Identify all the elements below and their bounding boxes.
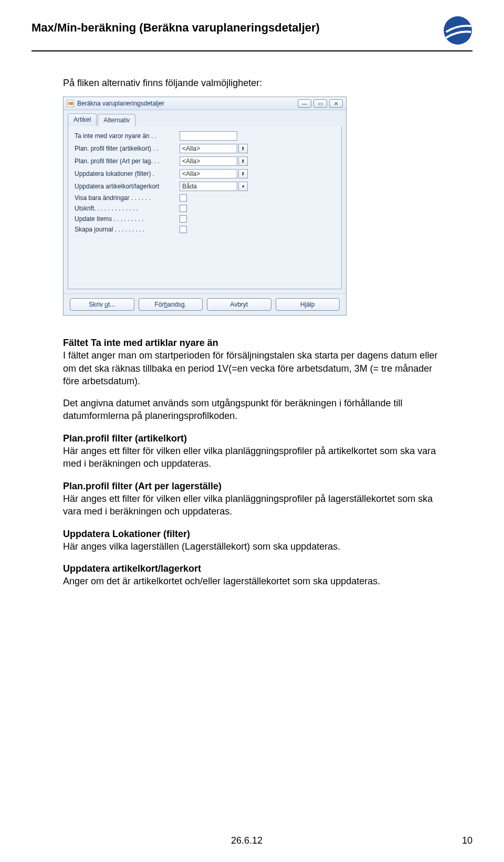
profile-filter-artperlag-input[interactable] bbox=[180, 156, 237, 166]
lookup-up-button[interactable]: ⬆ bbox=[238, 144, 248, 153]
field-label: Plan. profil filter (artikelkort) . . bbox=[75, 145, 180, 152]
print-checkbox[interactable] bbox=[180, 205, 187, 212]
tab-alternativ[interactable]: Alternativ bbox=[98, 114, 135, 127]
window-controls: ― ▭ ✕ bbox=[298, 99, 343, 108]
section-text: Här anges vilka lagerställen (Lagerställ… bbox=[63, 541, 340, 552]
titlebar: Beräkna varuplaneringsdetaljer ― ▭ ✕ bbox=[64, 97, 346, 110]
field-label: Skapa journal . . . . . . . . . bbox=[75, 226, 180, 233]
page-footer: 26.6.12 10 bbox=[32, 835, 472, 846]
lookup-up-button[interactable]: ⬆ bbox=[238, 169, 248, 178]
section-heading: Plan.profil filter (artikelkort) bbox=[63, 433, 187, 444]
section-text: Här anges ett filter för vilken eller vi… bbox=[63, 446, 436, 469]
row-newer-than: Ta inte med varor nyare än . . bbox=[75, 131, 335, 141]
chevron-down-icon: ▾ bbox=[242, 184, 245, 189]
section-text: Här anges ett filter för vilken eller vi… bbox=[63, 493, 433, 517]
form-panel: Ta inte med varor nyare än . . Plan. pro… bbox=[68, 126, 342, 289]
row-update-items: Update Items . . . . . . . . . bbox=[75, 215, 335, 223]
arrow-up-icon: ⬆ bbox=[241, 171, 245, 176]
tab-label: Alternativ bbox=[103, 117, 130, 124]
profile-filter-artikelkort-input[interactable] bbox=[180, 144, 237, 153]
section-text: Anger om det är artikelkortet och/eller … bbox=[63, 576, 380, 586]
section-startpoint: Det angivna datumet används som utgångsp… bbox=[63, 397, 441, 423]
arrow-up-icon: ⬆ bbox=[241, 146, 245, 151]
tab-strip: Artikel Alternativ bbox=[64, 110, 346, 126]
section-heading: Uppdatera Lokationer (filter) bbox=[63, 529, 190, 539]
field-label: Update Items . . . . . . . . . bbox=[75, 215, 180, 223]
minimize-button[interactable]: ― bbox=[298, 99, 311, 108]
maximize-icon: ▭ bbox=[318, 101, 323, 107]
section-heading: Plan.profil filter (Art per lagerställe) bbox=[63, 481, 222, 491]
minimize-icon: ― bbox=[302, 101, 307, 107]
section-profile-filter-artikelkort: Plan.profil filter (artikelkort) Här ang… bbox=[63, 432, 441, 470]
footer-date: 26.6.12 bbox=[231, 835, 262, 846]
dialog-window: Beräkna varuplaneringsdetaljer ― ▭ ✕ Art… bbox=[63, 97, 346, 316]
row-profile-filter-artperlag: Plan. profil filter (Art per lag. . . ⬆ bbox=[75, 156, 335, 166]
close-button[interactable]: ✕ bbox=[329, 99, 343, 108]
section-text: Det angivna datumet används som utgångsp… bbox=[63, 398, 402, 421]
close-icon: ✕ bbox=[334, 101, 338, 107]
update-locations-input[interactable] bbox=[180, 169, 237, 178]
field-label: Plan. profil filter (Art per lag. . . bbox=[75, 157, 180, 165]
help-button[interactable]: Hjälp bbox=[276, 298, 340, 311]
section-update-locations: Uppdatera Lokationer (filter) Här anges … bbox=[63, 528, 441, 553]
section-heading: Uppdatera artikelkort/lagerkort bbox=[63, 563, 201, 574]
window-title: Beräkna varuplaneringsdetaljer bbox=[77, 100, 298, 107]
section-newer-than: Fältet Ta inte med artiklar nyare än I f… bbox=[63, 337, 441, 387]
show-changes-checkbox[interactable] bbox=[180, 194, 187, 202]
brand-logo-icon bbox=[443, 16, 472, 45]
field-label: Uppdatera artikelkort/lagerkort bbox=[75, 183, 180, 190]
field-label: Utskrift. . . . . . . . . . . . . bbox=[75, 205, 180, 212]
page-title: Max/Min-beräkning (Beräkna varuplanering… bbox=[32, 21, 320, 35]
dialog-button-bar: Skriv ut... Förhandsg. Avbryt Hjälp bbox=[64, 293, 346, 315]
cancel-button[interactable]: Avbryt bbox=[207, 298, 271, 311]
footer-page: 10 bbox=[462, 835, 472, 846]
field-label: Ta inte med varor nyare än . . bbox=[75, 132, 180, 140]
lookup-up-button[interactable]: ⬆ bbox=[238, 156, 248, 166]
field-label: Visa bara ändringar . . . . . . bbox=[75, 194, 180, 202]
maximize-button[interactable]: ▭ bbox=[313, 99, 327, 108]
section-update-cards: Uppdatera artikelkort/lagerkort Anger om… bbox=[63, 562, 441, 588]
preview-button[interactable]: Förhandsg. bbox=[139, 298, 203, 311]
row-update-locations: Uppdatera lokationer (filter) . ⬆ bbox=[75, 169, 335, 178]
content-area: På fliken alternativ finns följande valm… bbox=[32, 78, 472, 588]
arrow-up-icon: ⬆ bbox=[241, 159, 245, 164]
page-header: Max/Min-beräkning (Beräkna varuplanering… bbox=[32, 21, 472, 51]
update-cards-input[interactable] bbox=[180, 182, 237, 191]
app-icon bbox=[67, 100, 74, 107]
section-profile-filter-artperlager: Plan.profil filter (Art per lagerställe)… bbox=[63, 480, 441, 518]
section-heading: Fältet Ta inte med artiklar nyare än bbox=[63, 338, 218, 348]
row-profile-filter-artikelkort: Plan. profil filter (artikelkort) . . ⬆ bbox=[75, 144, 335, 153]
create-journal-checkbox[interactable] bbox=[180, 226, 187, 233]
dropdown-button[interactable]: ▾ bbox=[238, 182, 248, 191]
field-label: Uppdatera lokationer (filter) . bbox=[75, 170, 180, 177]
newer-than-input[interactable] bbox=[180, 131, 237, 141]
tab-artikel[interactable]: Artikel bbox=[68, 113, 97, 126]
tab-label: Artikel bbox=[74, 116, 91, 123]
row-print: Utskrift. . . . . . . . . . . . . bbox=[75, 205, 335, 212]
row-create-journal: Skapa journal . . . . . . . . . bbox=[75, 226, 335, 233]
row-update-cards: Uppdatera artikelkort/lagerkort ▾ bbox=[75, 182, 335, 191]
row-show-changes: Visa bara ändringar . . . . . . bbox=[75, 194, 335, 202]
update-items-checkbox[interactable] bbox=[180, 215, 187, 223]
print-button[interactable]: Skriv ut... bbox=[70, 298, 134, 311]
section-text: I fältet anger man om startperioden för … bbox=[63, 350, 437, 386]
intro-text: På fliken alternativ finns följande valm… bbox=[63, 78, 441, 89]
